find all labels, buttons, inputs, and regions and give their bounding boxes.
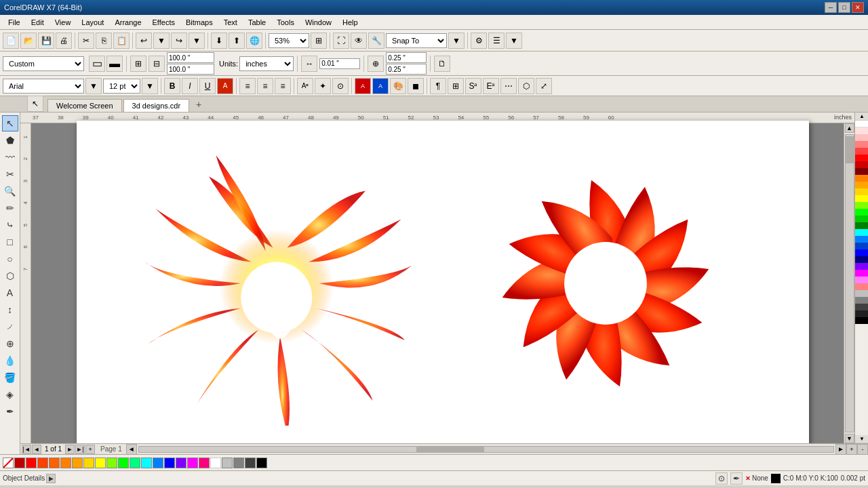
- landscape-button[interactable]: ▬: [106, 56, 123, 72]
- cs-3[interactable]: [855, 134, 868, 141]
- style-btn[interactable]: Sᵃ: [465, 78, 481, 94]
- cs-14[interactable]: [855, 209, 868, 216]
- align-center-btn[interactable]: ≡: [257, 78, 273, 94]
- smart-fill-tool[interactable]: ◈: [2, 386, 18, 403]
- options-btn2[interactable]: ☰: [488, 33, 505, 49]
- select-tool[interactable]: ↖: [2, 115, 18, 131]
- cut-button[interactable]: ✂: [78, 33, 94, 49]
- bold-button[interactable]: B: [164, 78, 180, 94]
- fontsize-dropdown[interactable]: ▼: [142, 78, 158, 94]
- cs-30[interactable]: [855, 317, 868, 324]
- text-effect1[interactable]: A: [355, 78, 371, 94]
- cs-19[interactable]: [855, 243, 868, 249]
- tab-welcome[interactable]: Welcome Screen: [47, 99, 122, 112]
- bs-17[interactable]: [199, 458, 210, 468]
- page-grid-button[interactable]: ⊟: [149, 56, 165, 72]
- cs-25[interactable]: [855, 283, 868, 290]
- bs-20[interactable]: [233, 458, 244, 468]
- snap-select[interactable]: Snap To Grid Guidelines Objects: [386, 33, 447, 48]
- options-btn3[interactable]: ▼: [506, 33, 522, 49]
- cs-4[interactable]: [855, 141, 868, 148]
- swatch-transparent[interactable]: [3, 458, 14, 468]
- table-btn[interactable]: ⊞: [448, 78, 464, 94]
- vscroll-down[interactable]: ▼: [845, 434, 854, 443]
- zoom-options-button[interactable]: ⊞: [311, 33, 327, 49]
- copy-button[interactable]: ⎘: [96, 33, 112, 49]
- redo-button[interactable]: ↪: [171, 33, 187, 49]
- text-effect2[interactable]: A: [372, 78, 389, 94]
- smear-tool[interactable]: 〰: [2, 149, 18, 165]
- menu-layout[interactable]: Layout: [76, 17, 109, 28]
- cs-20[interactable]: [855, 249, 868, 256]
- page-height-input[interactable]: [167, 64, 214, 75]
- zoom-out-canvas[interactable]: -: [857, 444, 868, 455]
- cs-5[interactable]: [855, 148, 868, 155]
- cs-8[interactable]: [855, 168, 868, 175]
- undo-button[interactable]: ↩: [136, 33, 152, 49]
- open-button[interactable]: 📂: [20, 33, 37, 49]
- close-button[interactable]: ✕: [852, 2, 864, 13]
- menu-help[interactable]: Help: [337, 17, 363, 28]
- vertical-scrollbar[interactable]: ▲ ▼: [844, 123, 854, 443]
- portrait-button[interactable]: ▭: [89, 56, 105, 72]
- cs-17[interactable]: [855, 229, 868, 236]
- layout-page-btn[interactable]: 🗋: [434, 56, 450, 72]
- bs-14[interactable]: [164, 458, 175, 468]
- ellipse-tool[interactable]: ○: [2, 251, 18, 267]
- hscroll-left[interactable]: ◄: [126, 444, 137, 455]
- cs-28[interactable]: [855, 304, 868, 310]
- redo-dropdown[interactable]: ▼: [189, 33, 205, 49]
- bs-9[interactable]: [106, 458, 117, 468]
- vscroll-up[interactable]: ▲: [845, 123, 854, 133]
- menu-view[interactable]: View: [50, 17, 77, 28]
- cs-29[interactable]: [855, 310, 868, 317]
- cs-10[interactable]: [855, 182, 868, 188]
- eyedropper-tool[interactable]: 💧: [2, 352, 18, 369]
- tab-3ddesigns[interactable]: 3d designs.cdr: [123, 99, 190, 112]
- page-prev-btn[interactable]: ◄: [32, 445, 41, 454]
- bs-15[interactable]: [176, 458, 186, 468]
- bs-2[interactable]: [26, 458, 37, 468]
- bs-8[interactable]: [95, 458, 106, 468]
- page-width-input[interactable]: [167, 52, 214, 63]
- minimize-button[interactable]: ─: [825, 2, 837, 13]
- effects-text-btn[interactable]: ✦: [315, 78, 331, 94]
- bs-11[interactable]: [130, 458, 140, 468]
- menu-window[interactable]: Window: [300, 17, 337, 28]
- effects-btn2[interactable]: Eᵃ: [483, 78, 499, 94]
- bs-22[interactable]: [256, 458, 267, 468]
- cs-24[interactable]: [855, 277, 868, 283]
- cs-11[interactable]: [855, 188, 868, 195]
- menu-edit[interactable]: Edit: [26, 17, 50, 28]
- cs-12[interactable]: [855, 195, 868, 202]
- dup-h-input[interactable]: [386, 52, 427, 63]
- shape-tool[interactable]: ⬟: [2, 132, 18, 148]
- fill-color-btn[interactable]: ◼: [408, 78, 424, 94]
- cs-15[interactable]: [855, 216, 868, 222]
- cs-21[interactable]: [855, 256, 868, 263]
- zoom-tool[interactable]: 🔍: [2, 183, 18, 199]
- bs-3[interactable]: [37, 458, 48, 468]
- fontsize-select[interactable]: 12 pt 8 pt 10 pt 14 pt 18 pt 24 pt 36 pt: [103, 79, 140, 94]
- cs-23[interactable]: [855, 270, 868, 277]
- connector-tool[interactable]: ⟋: [2, 319, 18, 335]
- italic-button[interactable]: I: [182, 78, 198, 94]
- tool-selector[interactable]: ↖: [27, 96, 43, 112]
- canvas-area[interactable]: inches 37 38 39 40 41 42 43 44 45 46: [20, 113, 854, 443]
- eye-button[interactable]: 👁: [351, 33, 367, 49]
- menu-effects[interactable]: Effects: [147, 17, 180, 28]
- format-para-btn[interactable]: ¶: [430, 78, 446, 94]
- text-tool[interactable]: A: [2, 285, 18, 301]
- ellipse-btn[interactable]: ⊙: [332, 78, 349, 94]
- import-button[interactable]: ⬇: [211, 33, 227, 49]
- object-details-expand[interactable]: ▶: [46, 474, 56, 483]
- page-next-btn[interactable]: ►: [65, 445, 75, 454]
- page-add-btn[interactable]: +: [85, 445, 95, 454]
- bs-18[interactable]: [210, 458, 221, 468]
- menu-tools[interactable]: Tools: [271, 17, 300, 28]
- text-color-btn[interactable]: 🎨: [390, 78, 406, 94]
- cs-6[interactable]: [855, 155, 868, 161]
- more-btn[interactable]: ⋯: [500, 78, 517, 94]
- page-scale-button[interactable]: ⊞: [130, 56, 146, 72]
- smart-draw-tool[interactable]: ⤷: [2, 217, 18, 233]
